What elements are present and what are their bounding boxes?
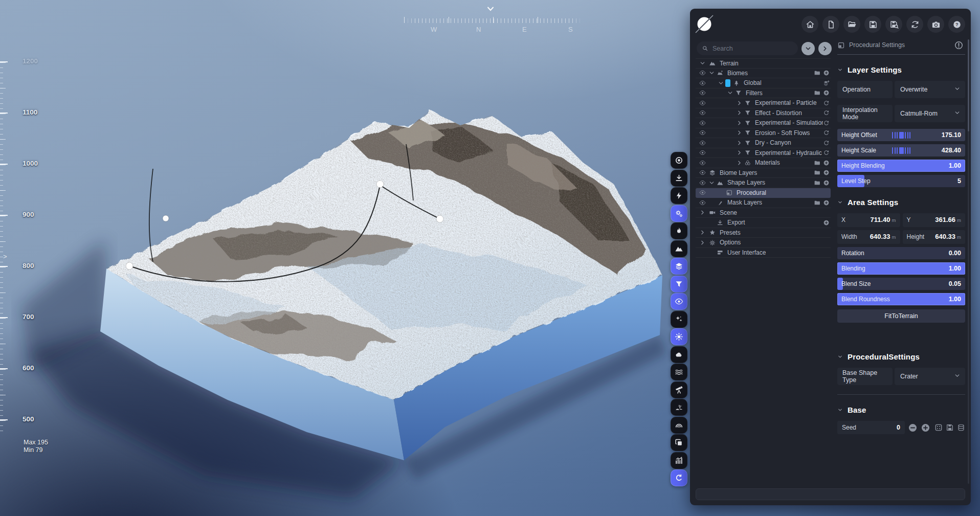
- eye-toggle-icon[interactable]: [697, 169, 708, 176]
- eye-toggle-icon[interactable]: [697, 120, 708, 126]
- collapse-all-button[interactable]: [801, 42, 815, 55]
- tree-row-experimental-particle[interactable]: Experimental - Particle: [696, 98, 831, 108]
- tree-row-export[interactable]: Export: [696, 218, 831, 228]
- save-button[interactable]: [864, 16, 881, 33]
- compass-strip[interactable]: WNES: [404, 3, 582, 35]
- blend-size-slider[interactable]: Blend Size0.05: [837, 278, 965, 290]
- tree-row-biomes[interactable]: Biomes: [696, 69, 831, 79]
- add-button[interactable]: [823, 219, 830, 226]
- add-button[interactable]: [823, 180, 830, 186]
- search-input[interactable]: [711, 44, 785, 53]
- fittoterrain-button[interactable]: FitToTerrain: [837, 309, 965, 323]
- tree-row-global[interactable]: Global: [696, 78, 831, 88]
- height-blending-slider[interactable]: Height Blending1.00: [837, 160, 965, 172]
- sun-button[interactable]: [671, 328, 687, 345]
- chevron-down-icon[interactable]: [697, 60, 708, 66]
- folder-icon[interactable]: [814, 89, 820, 96]
- chevron-right-icon[interactable]: [736, 140, 743, 146]
- level-step-slider[interactable]: Level Step5: [837, 175, 965, 187]
- folder-icon[interactable]: [814, 180, 820, 186]
- open-button[interactable]: [843, 16, 860, 33]
- layers-button[interactable]: [671, 258, 687, 275]
- chevron-down-icon[interactable]: [726, 89, 734, 96]
- layer-color-swatch[interactable]: [725, 79, 730, 87]
- eye-toggle-icon[interactable]: [697, 70, 708, 76]
- seed-increment-button[interactable]: [921, 423, 930, 433]
- height-scale-scrubber[interactable]: Height Scale428.40: [837, 144, 965, 156]
- folder-icon[interactable]: [814, 70, 820, 76]
- section-header-base[interactable]: Base: [837, 406, 965, 414]
- tree-row-user-interface[interactable]: User Interface: [696, 248, 831, 258]
- left-panel-expander[interactable]: >: [3, 253, 7, 260]
- chevron-down-icon[interactable]: [708, 180, 716, 186]
- refresh-button[interactable]: [823, 149, 830, 156]
- save-preset-button[interactable]: [946, 423, 954, 432]
- chevron-right-icon[interactable]: [736, 149, 743, 156]
- refresh-button[interactable]: [823, 120, 830, 126]
- flame-button[interactable]: [671, 222, 687, 239]
- randomize-seed-button[interactable]: [934, 423, 943, 432]
- section-header-proceduralsettings[interactable]: ProceduralSettings: [837, 352, 965, 361]
- expand-next-button[interactable]: [818, 42, 832, 55]
- inspector-options-icon[interactable]: [952, 39, 965, 52]
- chevron-right-icon[interactable]: [736, 120, 743, 126]
- x-field[interactable]: X711.40m: [837, 213, 900, 227]
- chevron-right-icon[interactable]: [736, 129, 743, 136]
- eye-toggle-icon[interactable]: [697, 89, 708, 96]
- refresh-button[interactable]: [823, 100, 830, 106]
- eye-toggle-icon[interactable]: [697, 140, 708, 146]
- y-field[interactable]: Y361.66m: [903, 213, 966, 227]
- record-button[interactable]: [671, 152, 687, 169]
- section-header-layer-settings[interactable]: Layer Settings: [837, 65, 965, 74]
- eye-toggle-icon[interactable]: [697, 109, 708, 116]
- folder-icon[interactable]: [814, 199, 820, 206]
- add-button[interactable]: [823, 199, 830, 206]
- search-box[interactable]: [697, 41, 798, 55]
- statistics-button[interactable]: [671, 452, 687, 469]
- blend-roundness-slider[interactable]: Blend Roundness1.00: [837, 293, 965, 305]
- tree-row-biome-layers[interactable]: Biome Layers: [696, 168, 831, 178]
- width-field[interactable]: Width640.33m: [837, 230, 900, 244]
- chevron-right-icon[interactable]: [736, 109, 743, 116]
- sync-button[interactable]: [906, 16, 923, 33]
- add-button[interactable]: [823, 70, 830, 76]
- height-offset-scrubber[interactable]: Height Offset175.10: [837, 129, 965, 141]
- app-logo-icon[interactable]: [694, 14, 715, 34]
- chevron-down-icon[interactable]: [708, 70, 716, 76]
- inspector-scrollbar[interactable]: [968, 39, 969, 484]
- add-button[interactable]: [823, 169, 830, 176]
- preset-list-button[interactable]: [957, 423, 965, 432]
- tree-row-shape-layers[interactable]: Shape Layers: [696, 178, 831, 188]
- download-button[interactable]: [671, 170, 687, 187]
- chevron-right-icon[interactable]: [736, 100, 743, 106]
- seed-decrement-button[interactable]: [908, 423, 918, 433]
- filter-button[interactable]: [671, 276, 687, 293]
- mountain-button[interactable]: [671, 240, 687, 257]
- tree-row-materials[interactable]: Materials: [696, 158, 831, 168]
- home-button[interactable]: [801, 16, 818, 33]
- refresh-button[interactable]: [823, 129, 830, 136]
- blending-slider[interactable]: Blending1.00: [837, 262, 965, 275]
- save-as-button[interactable]: [885, 16, 902, 33]
- tree-row-dry-canyon[interactable]: Dry - Canyon: [696, 138, 831, 148]
- refresh-button[interactable]: [823, 140, 830, 146]
- fog-button[interactable]: [671, 364, 687, 380]
- height-field[interactable]: Height640.33m: [903, 230, 966, 244]
- eye-toggle-icon[interactable]: [697, 129, 708, 136]
- tree-row-experimental-simulation[interactable]: Experimental - Simulation: [696, 118, 831, 128]
- eye-toggle-icon[interactable]: [697, 160, 708, 166]
- duplicate-button[interactable]: [671, 434, 687, 451]
- gears-button[interactable]: [671, 205, 687, 222]
- chevron-right-icon[interactable]: [736, 160, 743, 166]
- base-shape-type-dropdown[interactable]: Crater: [895, 368, 965, 385]
- telescope-button[interactable]: [671, 382, 687, 398]
- tree-row-effect-distortion[interactable]: Effect - Distortion: [696, 108, 831, 119]
- eye-toggle-icon[interactable]: [697, 149, 708, 156]
- tree-row-scene[interactable]: Scene: [696, 208, 831, 218]
- visibility-button[interactable]: [671, 293, 687, 310]
- tree-row-filters[interactable]: Filters: [696, 88, 831, 99]
- interpolation-mode-dropdown[interactable]: Catmull-Rom: [895, 105, 965, 122]
- add-layer-button[interactable]: [823, 80, 830, 86]
- rotation-slider[interactable]: Rotation0.00: [837, 247, 965, 259]
- lightning-button[interactable]: [671, 187, 687, 204]
